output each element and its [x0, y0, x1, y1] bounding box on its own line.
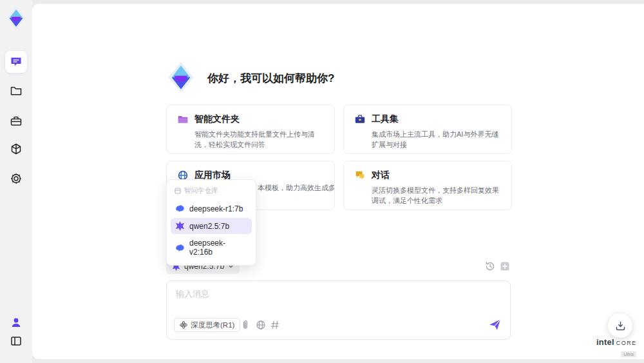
download-icon — [615, 320, 626, 331]
new-chat-icon[interactable] — [500, 261, 510, 271]
repo-icon — [175, 188, 181, 194]
model-option-deepseek-v2[interactable]: deepseek-v2:16b — [171, 235, 252, 260]
conversation-icon — [354, 170, 366, 181]
model-option-label: deepseek-r1:7b — [189, 204, 243, 213]
model-option-label: qwen2.5:7b — [189, 222, 229, 231]
user-icon — [10, 316, 23, 329]
deep-think-icon — [180, 321, 187, 329]
intel-ultra-badge: Ultra — [621, 351, 636, 357]
app-logo-icon — [5, 5, 27, 31]
card-title: 工具集 — [372, 113, 399, 125]
sidebar-item-toolbox[interactable] — [5, 110, 27, 132]
sidebar-item-folders[interactable] — [5, 80, 27, 102]
message-composer: 深度思考(R1) — [166, 280, 511, 340]
qwen-icon — [175, 221, 185, 231]
sidebar-item-panel-toggle[interactable] — [5, 330, 27, 352]
download-button[interactable] — [608, 313, 632, 338]
card-title: 智能文件夹 — [194, 113, 240, 125]
model-option-deepseek-r1[interactable]: deepseek-r1:7b — [171, 201, 252, 217]
sidebar — [0, 0, 32, 363]
model-dropdown-header: 智问学仓库 — [171, 184, 252, 199]
hash-icon[interactable] — [270, 320, 280, 330]
model-option-qwen[interactable]: qwen2.5:7b — [171, 218, 252, 234]
card-conversation[interactable]: 对话 灵活切换多模型文件，支持多样回复效果调试，满足个性化需求 — [343, 161, 512, 210]
intel-core-logo: intelcore Ultra — [596, 337, 636, 358]
attachment-icon[interactable] — [240, 320, 251, 330]
sidebar-item-apps[interactable] — [5, 138, 27, 160]
smart-folder-icon — [177, 113, 189, 125]
greeting-title: 你好，我可以如何帮助你? — [207, 71, 334, 86]
deepseek-icon — [175, 243, 185, 253]
card-description-partial: 本模板，助力高效生成多 — [258, 182, 335, 193]
toolbox-icon — [10, 115, 23, 128]
toolset-icon — [354, 113, 366, 125]
panel-toggle-icon — [10, 335, 23, 348]
chat-icon — [10, 55, 23, 68]
card-title: 对话 — [372, 170, 390, 181]
sidebar-item-chat[interactable] — [5, 51, 27, 73]
deep-think-label: 深度思考(R1) — [191, 320, 234, 330]
globe-icon[interactable] — [256, 320, 266, 330]
card-description: 集成市场上主流工具，助力AI与外界无缝扩展与对接 — [372, 129, 501, 150]
card-toolset[interactable]: 工具集 集成市场上主流工具，助力AI与外界无缝扩展与对接 — [343, 104, 512, 154]
assistant-logo-icon — [165, 61, 197, 94]
deep-think-toggle[interactable]: 深度思考(R1) — [174, 318, 240, 332]
folder-icon — [10, 84, 23, 97]
send-icon[interactable] — [489, 319, 501, 331]
message-input[interactable] — [176, 288, 498, 313]
gear-icon — [10, 172, 23, 185]
model-option-label: deepseek-v2:16b — [189, 239, 247, 257]
cube-icon — [10, 142, 23, 155]
model-dropdown: 智问学仓库 deepseek-r1:7b qwen2.5:7b deepseek… — [166, 179, 256, 266]
sidebar-item-settings[interactable] — [5, 168, 27, 190]
history-icon[interactable] — [485, 261, 495, 271]
card-smart-folder[interactable]: 智能文件夹 智能文件夹功能支持批量文件上传与清洗，轻松实现文件问答 — [166, 104, 335, 154]
deepseek-icon — [175, 204, 185, 213]
card-description: 智能文件夹功能支持批量文件上传与清洗，轻松实现文件问答 — [194, 129, 324, 150]
intel-word: intel — [596, 337, 614, 347]
core-word: core — [616, 337, 637, 347]
card-description: 灵活切换多模型文件，支持多样回复效果调试，满足个性化需求 — [372, 185, 501, 206]
